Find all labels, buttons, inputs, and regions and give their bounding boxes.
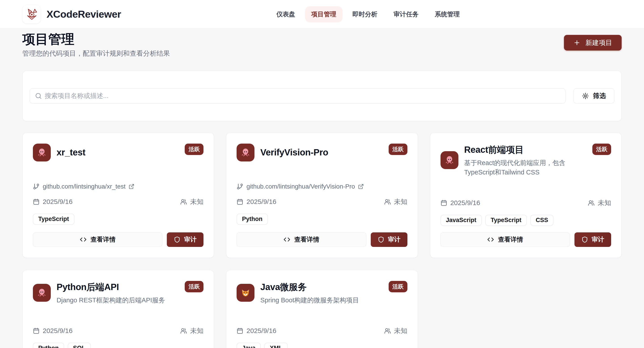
calendar-icon: [440, 200, 447, 206]
project-card: xr_test 活跃 github.com/lintsinghua/xr_tes…: [22, 132, 214, 258]
page-header-row: 项目管理 管理您的代码项目，配置审计规则和查看分析结果 新建项目: [22, 32, 622, 58]
octopus-emoji: [37, 288, 47, 298]
language-tag: Java: [236, 343, 261, 348]
git-branch-icon: [33, 183, 40, 190]
nav-item-3[interactable]: 即时分析: [346, 6, 384, 22]
shield-icon: [378, 236, 384, 243]
project-meta-row: 2025/9/16 未知: [440, 198, 611, 208]
calendar-icon: [236, 198, 243, 205]
date-value: 2025/9/16: [246, 198, 276, 206]
repo-link[interactable]: github.com/lintsinghua/VerifyVision-Pro: [236, 183, 407, 190]
project-name: Java微服务: [260, 281, 359, 293]
search-filter-panel: 筛选: [22, 71, 622, 121]
owner-value: 未知: [190, 326, 204, 336]
project-card-details: github.com/lintsinghua/xr_test: [33, 183, 204, 225]
view-details-button[interactable]: 查看详情: [236, 232, 366, 247]
audit-button[interactable]: 审计: [371, 232, 408, 247]
external-link-icon: [128, 184, 134, 190]
page-title: 项目管理: [22, 32, 170, 47]
view-details-label: 查看详情: [90, 235, 116, 244]
audit-label: 审计: [388, 235, 400, 244]
users-icon: [588, 200, 594, 206]
card-actions: 查看详情 审计: [440, 232, 611, 247]
project-title-block: React前端项目 基于React的现代化前端应用，包含TypeScript和T…: [464, 144, 584, 177]
project-meta-row: 2025/9/16 未知: [236, 197, 407, 206]
brand-home-link[interactable]: XCodeReviewer: [22, 5, 121, 24]
filter-button[interactable]: 筛选: [574, 88, 614, 104]
project-card-details: 2025/9/16 未知 PythonSQL: [33, 326, 204, 348]
page-heading-block: 项目管理 管理您的代码项目，配置审计规则和查看分析结果: [22, 32, 170, 58]
nav-item-2[interactable]: 项目管理: [305, 6, 342, 22]
owner-info: 未知: [180, 326, 204, 336]
octopus-emoji: [37, 148, 47, 158]
project-management-page: 项目管理 管理您的代码项目，配置审计规则和查看分析结果 新建项目: [0, 32, 644, 348]
owner-info: 未知: [588, 198, 611, 208]
top-navigation-bar: XCodeReviewer 仪表盘项目管理即时分析审计任务系统管理: [0, 0, 644, 29]
created-date: 2025/9/16: [440, 199, 480, 207]
code-icon: [487, 236, 494, 243]
status-badge: 活跃: [592, 144, 611, 155]
project-card: Python后端API Django REST框架构建的后端API服务 活跃: [22, 270, 214, 348]
project-card: Java微服务 Spring Boot构建的微服务架构项目 活跃: [226, 270, 418, 348]
shield-icon: [582, 236, 588, 243]
project-avatar: [440, 151, 458, 169]
users-icon: [384, 328, 391, 334]
view-details-button[interactable]: 查看详情: [440, 232, 570, 247]
project-card-header: Java微服务 Spring Boot构建的微服务架构项目: [236, 281, 407, 305]
project-title-block: xr_test: [56, 148, 86, 158]
project-meta-row: 2025/9/16 未知: [33, 197, 204, 206]
date-value: 2025/9/16: [43, 198, 72, 206]
calendar-icon: [33, 328, 40, 334]
audit-button[interactable]: 审计: [574, 232, 611, 247]
owner-value: 未知: [394, 197, 408, 206]
new-project-button[interactable]: 新建项目: [564, 35, 622, 50]
search-box: [30, 88, 566, 104]
language-tags: JavaScriptTypeScriptCSS: [440, 215, 611, 226]
language-tags: TypeScript: [33, 214, 204, 225]
project-card-header: React前端项目 基于React的现代化前端应用，包含TypeScript和T…: [440, 144, 611, 177]
language-tag: XML: [264, 343, 288, 348]
project-name: VerifyVision-Pro: [260, 148, 328, 158]
fox-emoji: [240, 288, 250, 298]
users-icon: [180, 198, 187, 205]
language-tag: TypeScript: [485, 215, 527, 226]
new-project-label: 新建项目: [586, 38, 612, 48]
status-badge: 活跃: [185, 281, 204, 292]
language-tag: Python: [236, 214, 268, 225]
project-meta-row: 2025/9/16 未知: [33, 326, 204, 336]
project-name: React前端项目: [464, 144, 584, 156]
app-title: XCodeReviewer: [46, 8, 121, 20]
project-avatar: [236, 284, 254, 302]
view-details-label: 查看详情: [294, 235, 319, 244]
search-input[interactable]: [30, 88, 566, 104]
app-logo-icon: [22, 5, 41, 24]
status-badge: 活跃: [185, 144, 204, 155]
nav-item-4[interactable]: 审计任务: [387, 6, 425, 22]
audit-button[interactable]: 审计: [167, 232, 204, 247]
external-link-icon: [358, 184, 364, 190]
nav-item-1[interactable]: 仪表盘: [270, 6, 302, 22]
owner-info: 未知: [384, 197, 408, 206]
language-tags: JavaXML: [236, 343, 407, 348]
search-icon: [35, 92, 42, 100]
project-card-details: 2025/9/16 未知 JavaXML: [236, 326, 407, 348]
project-card-header: VerifyVision-Pro: [236, 144, 407, 162]
view-details-button[interactable]: 查看详情: [33, 232, 162, 247]
project-description: Spring Boot构建的微服务架构项目: [260, 296, 359, 305]
gear-icon: [582, 92, 589, 100]
main-nav: 仪表盘项目管理即时分析审计任务系统管理: [270, 0, 466, 29]
repo-link[interactable]: github.com/lintsinghua/xr_test: [33, 183, 204, 190]
created-date: 2025/9/16: [33, 327, 72, 334]
project-avatar: [33, 144, 51, 162]
project-card-header: Python后端API Django REST框架构建的后端API服务: [33, 281, 204, 305]
repo-url: github.com/lintsinghua/VerifyVision-Pro: [246, 183, 355, 190]
users-icon: [180, 328, 187, 334]
users-icon: [384, 198, 391, 205]
code-icon: [80, 236, 86, 243]
calendar-icon: [33, 198, 40, 205]
language-tag: SQL: [68, 343, 91, 348]
project-card: VerifyVision-Pro 活跃 github.com/lintsingh…: [226, 132, 418, 258]
nav-item-5[interactable]: 系统管理: [428, 6, 466, 22]
owner-info: 未知: [180, 197, 204, 206]
project-card: React前端项目 基于React的现代化前端应用，包含TypeScript和T…: [430, 132, 622, 258]
